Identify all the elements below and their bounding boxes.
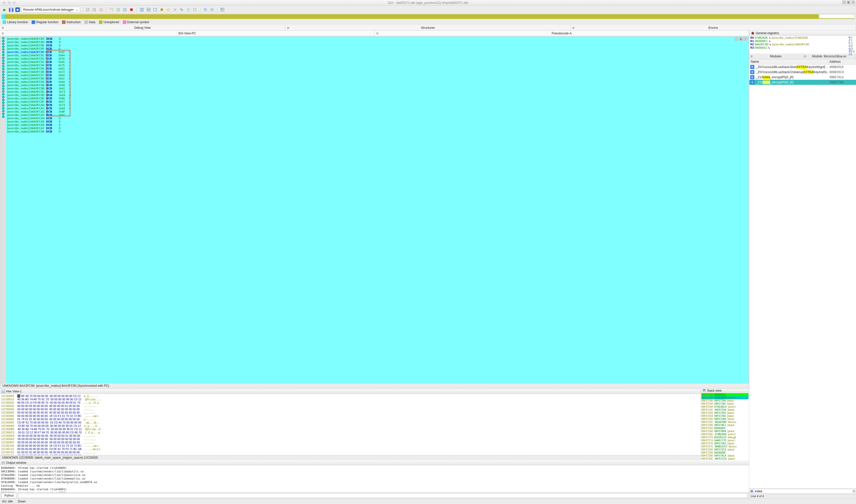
search-clear-icon[interactable]: ✖ <box>750 489 753 493</box>
tab-close-icon[interactable]: ⊗ <box>750 55 753 58</box>
toolbar-btn-8[interactable] <box>139 7 144 12</box>
module-tab[interactable]: ⊗Modules <box>749 54 803 59</box>
pane-minimize-icon[interactable]: ▢ <box>842 1 846 4</box>
module-tab[interactable]: ⊗Module: libcocos2dlua.so <box>803 54 856 59</box>
function-legend: Library functionRegular functionInstruct… <box>0 19 856 25</box>
top-tab[interactable]: ⊗Debug View <box>0 25 285 30</box>
output-window[interactable]: B38A0A04: thread has started (tid=6800) … <box>0 465 749 492</box>
tab-close-icon[interactable]: ⊗ <box>1 26 4 30</box>
sub-tab[interactable]: ⊗IDA View-PC <box>0 31 374 36</box>
toolbar-btn-9[interactable] <box>146 7 151 12</box>
module-row[interactable]: D_Z13xxtea_encryptPhjS_jPj996E761A <box>749 75 856 80</box>
toolbar-btn-15[interactable] <box>186 7 191 12</box>
statusbar: AU: idle Down <box>0 498 856 504</box>
python-toggle[interactable]: Python <box>1 493 17 498</box>
hex-view-title: Hex View-1 <box>6 390 22 393</box>
toolbar-btn-3[interactable] <box>99 7 104 12</box>
module-row[interactable]: D_Z13xxtea_decryptPhjS_jPj996E7768 <box>749 80 856 85</box>
pane-restore-icon[interactable]: ◧ <box>847 1 851 4</box>
legend-item: External symbol <box>123 20 149 24</box>
module-row[interactable]: D_ZN7cocos2d8LuaStack18setXXTEAKeyAndSig… <box>749 65 856 70</box>
svg-rect-23 <box>703 390 706 391</box>
legend-item: Instruction <box>62 20 81 24</box>
d-icon: D <box>750 70 754 74</box>
legend-item: Unexplored <box>99 20 119 24</box>
module-search-input[interactable] <box>755 489 853 493</box>
pane-close-icon[interactable]: ✕ <box>744 37 747 41</box>
toolbar-btn-4[interactable] <box>109 7 114 12</box>
debugger-select[interactable]: Remote ARMLinux/Android debugger ⌄ <box>21 7 80 13</box>
stop-button[interactable]: ■ <box>15 7 20 12</box>
output-title: Output window <box>6 461 26 465</box>
legend-item: Regular function <box>32 20 58 24</box>
toolbar-btn-19[interactable] <box>220 7 225 12</box>
pane-restore-icon[interactable]: ◧ <box>739 37 743 41</box>
output-icon <box>1 461 5 465</box>
status-au: AU: idle <box>2 500 13 503</box>
svg-rect-11 <box>154 8 157 11</box>
svg-rect-6 <box>130 8 133 11</box>
module-list[interactable]: D_ZN7cocos2d8LuaStack18setXXTEAKeyAndSig… <box>749 65 856 488</box>
hex-view[interactable]: 12C00000 70 BF 60 70 00 00 00 00 00 00 0… <box>0 394 700 455</box>
toolbar-btn-16[interactable] <box>192 7 197 12</box>
module-line-count: Line 4 of 4 <box>749 494 856 498</box>
toolbar-btn-18[interactable] <box>209 7 215 12</box>
python-input[interactable] <box>18 493 747 498</box>
pane-minimize-icon[interactable]: ▢ <box>735 37 738 41</box>
tab-close-icon[interactable]: ⊗ <box>804 55 806 58</box>
svg-point-14 <box>167 8 170 11</box>
toolbar-btn-12[interactable] <box>166 7 171 12</box>
hex-view-header: 0x Hex View-1 ▢ ◧ ✕ <box>0 389 700 394</box>
ida-view[interactable]: [anon:libc_malloc]:9AA3FC8C DCB 0 [anon:… <box>1 37 749 383</box>
registers-title: General registers <box>755 31 779 35</box>
d-icon: D <box>750 65 754 69</box>
svg-rect-0 <box>86 8 89 11</box>
hex-icon: 0x <box>1 390 5 393</box>
toolbar-btn-7[interactable] <box>129 7 134 12</box>
toolbar-btn-2[interactable] <box>92 7 97 12</box>
registers-view[interactable]: R0 979B2A05 ↳ [anon:libc_malloc]:979B2A0… <box>749 36 856 54</box>
svg-rect-1 <box>93 8 95 11</box>
svg-text:+: + <box>161 9 162 11</box>
toolbar-btn-11[interactable]: + <box>159 7 164 12</box>
tab-close-icon[interactable]: ⊗ <box>572 26 575 30</box>
titlebar: IDA - ida05371.idb (app_process32) /tmp/… <box>0 0 856 6</box>
module-row[interactable]: D_ZN7cocos2d8LuaStack22cleanupXXTEAKeyAn… <box>749 70 856 75</box>
output-header: Output window ▢ ◧ ✕ <box>0 460 749 465</box>
navigation-band[interactable] <box>1 14 855 19</box>
bug-icon: 🐞 <box>751 31 755 35</box>
toolbar-btn-17[interactable] <box>203 7 208 12</box>
svg-rect-24 <box>703 391 706 392</box>
col-address[interactable]: Address <box>828 59 856 64</box>
nav-band-combo[interactable] <box>819 14 855 18</box>
pane-close-icon[interactable]: ✕ <box>851 1 855 4</box>
svg-point-17 <box>187 8 190 11</box>
hex-view-status: UNKNOWN 12C00000: dalvik_main_space_(reg… <box>0 455 700 460</box>
sub-tab[interactable]: ⊗Pseudocode-A <box>374 31 749 36</box>
svg-point-16 <box>181 10 183 11</box>
svg-rect-22 <box>703 389 706 390</box>
tab-close-icon[interactable]: ⊗ <box>376 32 378 35</box>
toolbar-btn-13[interactable] <box>173 7 178 12</box>
legend-item: Data <box>84 20 95 24</box>
toolbar-btn-14[interactable] <box>179 7 184 12</box>
pause-button[interactable]: ❚❚ <box>9 7 14 12</box>
toolbar-btn-5[interactable]: + <box>115 7 121 12</box>
top-tab[interactable]: ⊗Structures <box>285 25 571 30</box>
search-x-icon[interactable]: ⊗ <box>853 489 855 493</box>
svg-rect-8 <box>142 8 143 11</box>
tab-close-icon[interactable]: ⊗ <box>1 32 4 35</box>
stack-icon <box>702 389 706 392</box>
svg-rect-10 <box>147 10 150 11</box>
toolbar-btn-1[interactable] <box>85 7 90 12</box>
tab-close-icon[interactable]: ⊗ <box>287 26 289 30</box>
debugger-select-label: Remote ARMLinux/Android debugger <box>23 8 74 12</box>
col-name[interactable]: Name <box>749 59 828 64</box>
top-tab[interactable]: ⊗Enums <box>571 25 856 30</box>
run-button[interactable]: ▶ <box>2 7 7 12</box>
svg-point-2 <box>100 8 103 11</box>
toolbar-btn-10[interactable] <box>153 7 158 12</box>
stack-title: Stack view <box>707 389 721 392</box>
toolbar-btn-6[interactable] <box>122 7 127 12</box>
stack-header: Stack view ▢ ◧ ✕ <box>701 389 749 393</box>
